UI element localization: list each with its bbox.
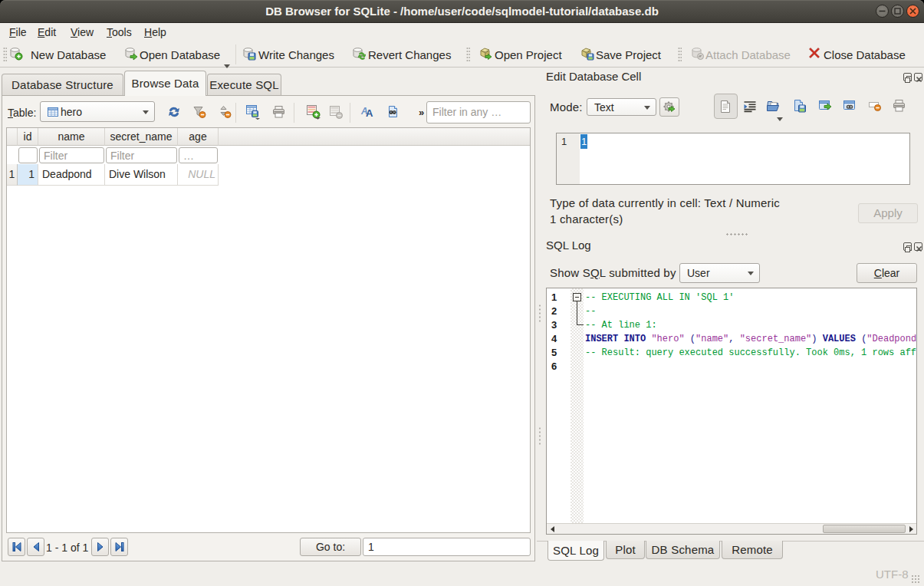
- svg-text:A: A: [366, 107, 373, 119]
